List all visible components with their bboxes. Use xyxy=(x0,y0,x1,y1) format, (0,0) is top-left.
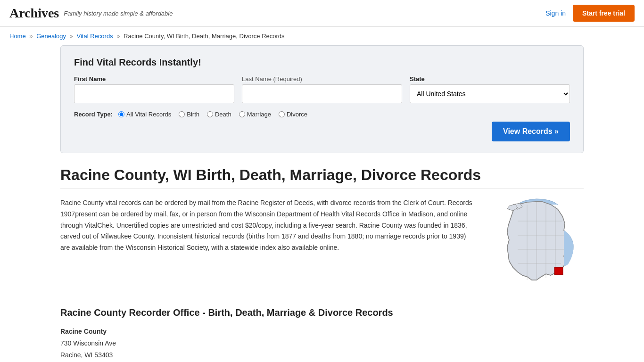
city-state-zip: Racine, WI 53403 xyxy=(60,349,584,361)
content-section: Racine County vital records can be order… xyxy=(60,197,584,293)
last-name-group: Last Name (Required) xyxy=(242,75,402,103)
search-fields: First Name Last Name (Required) State Al… xyxy=(74,75,570,103)
header-actions: Sign in Start free trial xyxy=(545,5,635,22)
breadcrumb-home[interactable]: Home xyxy=(9,33,26,40)
start-trial-button[interactable]: Start free trial xyxy=(573,5,635,22)
site-header: Archives Family history made simple & af… xyxy=(0,0,644,27)
radio-divorce[interactable]: Divorce xyxy=(279,111,307,118)
map-svg xyxy=(489,197,584,292)
title-divider xyxy=(60,189,584,189)
content-description: Racine County vital records can be order… xyxy=(60,197,475,293)
search-title: Find Vital Records Instantly! xyxy=(74,57,570,68)
breadcrumb: Home » Genealogy » Vital Records » Racin… xyxy=(0,27,644,45)
state-select[interactable]: All United States Alabama Alaska Arizona… xyxy=(410,84,570,103)
first-name-label: First Name xyxy=(74,75,234,82)
logo-area: Archives Family history made simple & af… xyxy=(9,6,173,21)
view-records-button[interactable]: View Records » xyxy=(492,122,570,141)
breadcrumb-genealogy[interactable]: Genealogy xyxy=(36,33,66,40)
state-label: State xyxy=(410,75,570,82)
breadcrumb-current: Racine County, WI Birth, Death, Marriage… xyxy=(124,33,285,40)
street-address: 730 Wisconsin Ave xyxy=(60,337,584,349)
breadcrumb-vital-records[interactable]: Vital Records xyxy=(77,33,113,40)
page-title: Racine County, WI Birth, Death, Marriage… xyxy=(60,166,584,184)
wisconsin-map xyxy=(489,197,584,293)
radio-marriage[interactable]: Marriage xyxy=(239,111,271,118)
radio-group: All Vital Records Birth Death Marriage D… xyxy=(118,111,307,118)
record-type-row: Record Type: All Vital Records Birth Dea… xyxy=(74,111,570,118)
svg-rect-10 xyxy=(554,267,563,275)
first-name-group: First Name xyxy=(74,75,234,103)
radio-death[interactable]: Death xyxy=(207,111,231,118)
site-logo: Archives xyxy=(9,6,59,21)
org-name: Racine County xyxy=(60,326,584,337)
radio-all-vital[interactable]: All Vital Records xyxy=(118,111,171,118)
search-box: Find Vital Records Instantly! First Name… xyxy=(60,45,584,153)
last-name-label: Last Name (Required) xyxy=(242,75,402,82)
radio-birth[interactable]: Birth xyxy=(179,111,199,118)
address-block: Racine County 730 Wisconsin Ave Racine, … xyxy=(60,326,584,362)
sign-in-link[interactable]: Sign in xyxy=(545,9,566,17)
site-tagline: Family history made simple & affordable xyxy=(64,10,173,17)
first-name-input[interactable] xyxy=(74,84,234,103)
record-type-label: Record Type: xyxy=(74,111,113,118)
last-name-input[interactable] xyxy=(242,84,402,103)
state-group: State All United States Alabama Alaska A… xyxy=(410,75,570,103)
search-btn-row: View Records » xyxy=(74,122,570,141)
recorder-heading: Racine County Recorder Office - Birth, D… xyxy=(60,307,584,318)
main-content: Find Vital Records Instantly! First Name… xyxy=(51,45,593,362)
